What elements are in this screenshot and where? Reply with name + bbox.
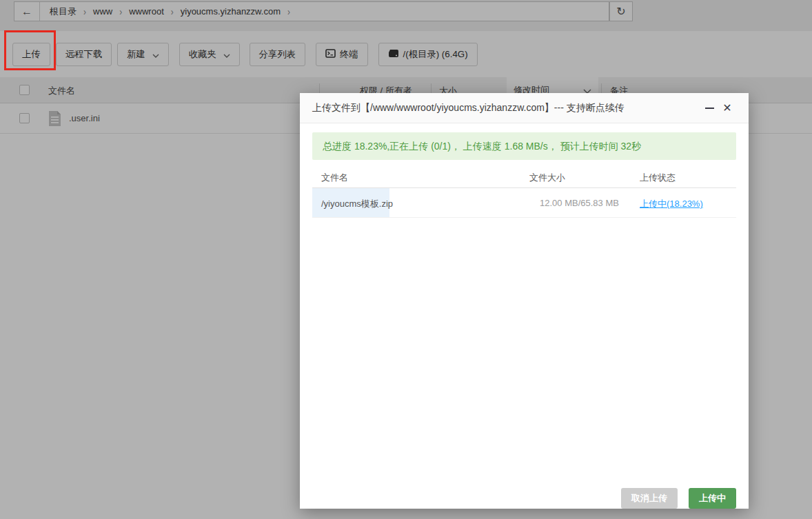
upload-button-highlight-annotation <box>4 30 56 70</box>
upload-column-size: 文件大小 <box>529 172 565 184</box>
upload-file-name: /yiyoucms模板.zip <box>321 198 393 210</box>
upload-column-name: 文件名 <box>321 172 348 184</box>
uploading-button[interactable]: 上传中 <box>689 488 736 509</box>
cancel-upload-button[interactable]: 取消上传 <box>621 488 678 509</box>
upload-column-status: 上传状态 <box>640 172 676 184</box>
minimize-icon <box>705 108 714 109</box>
upload-dialog-titlebar: 上传文件到【/www/wwwroot/yiyoucms.yizhanzzw.co… <box>300 93 749 123</box>
upload-progress-summary: 总进度 18.23%,正在上传 (0/1)， 上传速度 1.68 MB/s， 预… <box>312 132 736 160</box>
upload-table: 文件名 文件大小 上传状态 /yiyoucms模板.zip 12.00 MB/6… <box>312 165 736 218</box>
upload-dialog: 上传文件到【/www/wwwroot/yiyoucms.yizhanzzw.co… <box>300 93 749 509</box>
upload-dialog-title: 上传文件到【/www/wwwroot/yiyoucms.yizhanzzw.co… <box>312 102 700 114</box>
upload-table-header: 文件名 文件大小 上传状态 <box>312 165 736 188</box>
upload-status-link[interactable]: 上传中(18.23%) <box>640 198 703 210</box>
close-button[interactable]: ✕ <box>718 99 736 117</box>
upload-dialog-body: 总进度 18.23%,正在上传 (0/1)， 上传速度 1.68 MB/s， 预… <box>300 132 749 518</box>
upload-row: /yiyoucms模板.zip 12.00 MB/65.83 MB 上传中(18… <box>312 188 736 218</box>
upload-file-size: 12.00 MB/65.83 MB <box>540 198 619 208</box>
file-manager-screen: ← 根目录 › www › wwwroot › yiyoucms.yizhanz… <box>0 0 812 519</box>
close-icon: ✕ <box>722 103 731 114</box>
minimize-button[interactable] <box>700 99 718 117</box>
upload-dialog-footer: 取消上传 上传中 <box>621 488 736 509</box>
